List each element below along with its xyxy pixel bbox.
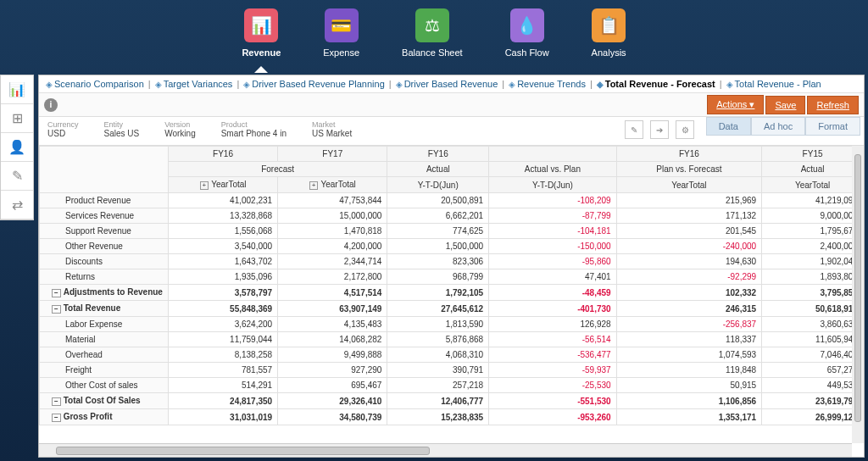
horizontal-scrollbar[interactable] <box>39 443 852 457</box>
data-cell[interactable]: 47,753,844 <box>278 193 387 208</box>
data-cell[interactable]: 24,817,350 <box>168 393 277 409</box>
swap-tool-icon[interactable]: ⇄ <box>1 191 33 219</box>
cube-tool-icon[interactable]: ⊞ <box>1 104 33 133</box>
gear-icon[interactable]: ⚙ <box>676 120 694 139</box>
breadcrumb-item[interactable]: ◈Scenario Comparison <box>46 79 144 89</box>
data-cell[interactable]: 257,218 <box>387 378 489 393</box>
data-cell[interactable]: 246,315 <box>616 301 762 317</box>
row-label[interactable]: Overhead <box>40 347 169 363</box>
data-cell[interactable]: 1,792,105 <box>387 285 489 301</box>
nav-tile-cash-flow[interactable]: 💧Cash Flow <box>505 8 549 58</box>
data-cell[interactable]: 968,799 <box>387 269 489 285</box>
data-cell[interactable]: 823,306 <box>387 254 489 269</box>
data-cell[interactable]: 47,401 <box>489 269 616 285</box>
dim-product[interactable]: ProductSmart Phone 4 in <box>221 120 287 138</box>
data-cell[interactable]: -953,260 <box>489 409 616 425</box>
data-cell[interactable]: 9,000,000 <box>762 208 864 224</box>
data-cell[interactable]: 215,969 <box>616 193 762 208</box>
brush-tool-icon[interactable]: ✎ <box>1 162 33 191</box>
row-label[interactable]: Freight <box>40 363 169 378</box>
user-tool-icon[interactable]: 👤 <box>1 133 33 162</box>
data-cell[interactable]: 390,791 <box>387 363 489 378</box>
row-label[interactable]: Product Revenue <box>40 193 169 208</box>
data-cell[interactable]: 4,068,310 <box>387 347 489 363</box>
nav-tile-analysis[interactable]: 📋Analysis <box>592 8 626 58</box>
data-cell[interactable]: 4,200,000 <box>278 239 387 254</box>
data-cell[interactable]: 1,893,804 <box>762 269 864 285</box>
row-label[interactable]: Material <box>40 332 169 347</box>
row-label[interactable]: Services Revenue <box>40 208 169 224</box>
info-icon[interactable]: i <box>44 98 58 112</box>
data-cell[interactable]: -87,799 <box>489 208 616 224</box>
data-cell[interactable]: 1,643,702 <box>168 254 277 269</box>
tab-adhoc[interactable]: Ad hoc <box>751 117 805 136</box>
data-cell[interactable]: 3,624,200 <box>168 317 277 332</box>
data-cell[interactable]: -92,299 <box>616 269 762 285</box>
data-cell[interactable]: 194,630 <box>616 254 762 269</box>
data-cell[interactable]: 20,500,891 <box>387 193 489 208</box>
data-cell[interactable]: 9,499,888 <box>278 347 387 363</box>
data-cell[interactable]: 50,618,918 <box>762 301 864 317</box>
row-label[interactable]: Other Cost of sales <box>40 378 169 393</box>
row-label[interactable]: Support Revenue <box>40 224 169 239</box>
vertical-scrollbar[interactable] <box>852 146 864 443</box>
data-cell[interactable]: 23,619,792 <box>762 393 864 409</box>
row-label[interactable]: Returns <box>40 269 169 285</box>
data-cell[interactable]: 8,138,258 <box>168 347 277 363</box>
data-cell[interactable]: 695,467 <box>278 378 387 393</box>
data-cell[interactable]: 41,219,098 <box>762 193 864 208</box>
collapse-icon[interactable]: − <box>52 289 61 297</box>
row-label[interactable]: −Total Revenue <box>40 301 169 317</box>
refresh-button[interactable]: Refresh <box>807 96 859 114</box>
data-cell[interactable]: 12,406,777 <box>387 393 489 409</box>
nav-tile-expense[interactable]: 💳Expense <box>323 8 359 58</box>
data-cell[interactable]: 781,557 <box>168 363 277 378</box>
data-cell[interactable]: 102,332 <box>616 285 762 301</box>
data-cell[interactable]: 3,578,797 <box>168 285 277 301</box>
breadcrumb-item[interactable]: ◈Driver Based Revenue Planning <box>243 79 385 89</box>
breadcrumb-item[interactable]: ◈Driver Based Revenue <box>396 79 498 89</box>
data-cell[interactable]: 774,625 <box>387 224 489 239</box>
data-cell[interactable]: 119,848 <box>616 363 762 378</box>
data-cell[interactable]: 1,106,856 <box>616 393 762 409</box>
data-cell[interactable]: -150,000 <box>489 239 616 254</box>
data-cell[interactable]: 4,135,483 <box>278 317 387 332</box>
collapse-icon[interactable]: − <box>52 414 61 422</box>
breadcrumb-item[interactable]: ◈Total Revenue - Forecast <box>597 79 715 89</box>
breadcrumb-item[interactable]: ◈Target Variances <box>155 79 233 89</box>
edit-icon[interactable]: ✎ <box>625 120 643 139</box>
save-button[interactable]: Save <box>765 96 805 114</box>
chart-tool-icon[interactable]: 📊 <box>1 75 33 104</box>
data-cell[interactable]: 34,580,739 <box>278 409 387 425</box>
row-label[interactable]: Labor Expense <box>40 317 169 332</box>
row-label[interactable]: Discounts <box>40 254 169 269</box>
data-cell[interactable]: 5,876,868 <box>387 332 489 347</box>
data-cell[interactable]: 118,337 <box>616 332 762 347</box>
data-cell[interactable]: -25,530 <box>489 378 616 393</box>
data-cell[interactable]: 514,291 <box>168 378 277 393</box>
arrow-icon[interactable]: ➔ <box>650 120 669 139</box>
dim-entity[interactable]: EntitySales US <box>104 120 140 138</box>
data-cell[interactable]: -95,860 <box>489 254 616 269</box>
data-cell[interactable]: -104,181 <box>489 224 616 239</box>
data-cell[interactable]: 15,238,835 <box>387 409 489 425</box>
expand-icon[interactable]: + <box>309 181 319 190</box>
data-cell[interactable]: 27,645,612 <box>387 301 489 317</box>
data-cell[interactable]: 41,002,231 <box>168 193 277 208</box>
data-cell[interactable]: 31,031,019 <box>168 409 277 425</box>
data-cell[interactable]: -108,209 <box>489 193 616 208</box>
breadcrumb-item[interactable]: ◈Revenue Trends <box>509 79 586 89</box>
collapse-icon[interactable]: − <box>52 305 61 314</box>
breadcrumb-item[interactable]: ◈Total Revenue - Plan <box>726 79 821 89</box>
row-label[interactable]: Other Revenue <box>40 239 169 254</box>
data-cell[interactable]: 2,400,000 <box>762 239 864 254</box>
data-cell[interactable]: 11,605,940 <box>762 332 864 347</box>
dim-market[interactable]: MarketUS Market <box>312 120 352 138</box>
data-cell[interactable]: -56,514 <box>489 332 616 347</box>
data-cell[interactable]: 50,915 <box>616 378 762 393</box>
data-cell[interactable]: 26,999,126 <box>762 409 864 425</box>
data-cell[interactable]: 657,279 <box>762 363 864 378</box>
data-cell[interactable]: 7,046,404 <box>762 347 864 363</box>
data-cell[interactable]: 2,344,714 <box>278 254 387 269</box>
data-cell[interactable]: 6,662,201 <box>387 208 489 224</box>
